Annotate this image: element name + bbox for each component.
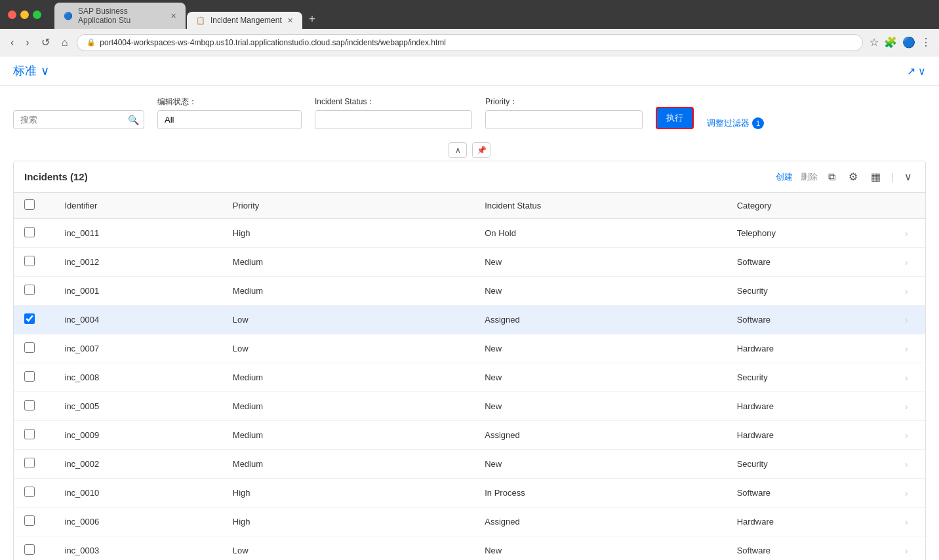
chevron-right-icon: › (905, 257, 908, 268)
row-identifier: inc_0001 (54, 277, 222, 306)
row-category: Software (727, 248, 894, 277)
incident-status-select[interactable]: New Assigned On Hold In Process Resolved (315, 110, 472, 129)
minimize-button[interactable] (20, 10, 29, 19)
tab-sap[interactable]: 🔵 SAP Business Application Stu ✕ (54, 3, 186, 29)
grid-icon-button[interactable]: ▦ (868, 169, 883, 184)
table-row[interactable]: inc_0011 High On Hold Telephony › (14, 219, 925, 248)
row-status: Assigned (474, 306, 726, 334)
table-row[interactable]: inc_0012 Medium New Software › (14, 248, 925, 277)
url-bar[interactable]: 🔒 port4004-workspaces-ws-4mbqp.us10.tria… (77, 34, 863, 51)
table-row[interactable]: inc_0009 Medium Assigned Hardware › (14, 421, 925, 450)
top-right-actions[interactable]: ↗ ∨ (907, 65, 926, 77)
delete-button[interactable]: 删除 (801, 171, 818, 183)
priority-select[interactable]: High Medium Low (485, 110, 643, 129)
home-button[interactable]: ⌂ (59, 34, 71, 51)
row-identifier: inc_0004 (54, 306, 222, 334)
row-checkbox[interactable] (24, 371, 35, 382)
row-checkbox-cell (14, 421, 54, 450)
row-identifier: inc_0005 (54, 392, 222, 421)
table-row[interactable]: inc_0005 Medium New Hardware › (14, 392, 925, 421)
row-arrow: › (894, 450, 925, 479)
menu-icon[interactable]: ⋮ (921, 36, 931, 49)
row-checkbox[interactable] (24, 285, 35, 295)
new-tab-button[interactable]: + (304, 10, 321, 29)
table-row[interactable]: inc_0003 Low New Software › (14, 536, 925, 561)
table-row[interactable]: inc_0004 Low Assigned Software › (14, 306, 925, 334)
row-status: In Process (474, 479, 726, 508)
search-input[interactable] (13, 110, 144, 129)
row-checkbox[interactable] (24, 458, 35, 468)
priority-group: Priority： High Medium Low (485, 96, 643, 129)
edit-status-select[interactable]: All Draft Published (157, 110, 302, 129)
tab-incident[interactable]: 📋 Incident Mangement ✕ (187, 12, 302, 29)
address-bar: ‹ › ↺ ⌂ 🔒 port4004-workspaces-ws-4mbqp.u… (0, 29, 939, 56)
chevron-right-icon: › (905, 459, 908, 470)
copy-icon-button[interactable]: ⧉ (826, 170, 838, 184)
expand-icon-button[interactable]: ∨ (902, 169, 915, 184)
address-actions: ☆ 🧩 🔵 ⋮ (869, 36, 931, 49)
col-header-status: Incident Status (474, 193, 726, 219)
pin-button[interactable]: 📌 (472, 142, 490, 158)
divider: | (891, 172, 894, 182)
row-checkbox[interactable] (24, 429, 35, 439)
row-checkbox[interactable] (24, 487, 35, 497)
row-category: Hardware (727, 508, 894, 536)
row-checkbox[interactable] (24, 515, 35, 526)
bookmark-icon[interactable]: ☆ (869, 36, 879, 49)
table-title: Incidents (12) (24, 171, 88, 182)
row-status: Assigned (474, 421, 726, 450)
row-checkbox-cell (14, 248, 54, 277)
export-icon[interactable]: ↗ (907, 65, 915, 77)
app-title[interactable]: 标准 ∨ (13, 63, 49, 79)
row-priority: High (222, 219, 474, 248)
back-button[interactable]: ‹ (8, 34, 16, 51)
row-checkbox-cell (14, 306, 54, 334)
row-checkbox-cell (14, 536, 54, 561)
window-controls (8, 10, 41, 19)
table-row[interactable]: inc_0010 High In Process Software › (14, 479, 925, 508)
select-all-checkbox[interactable] (24, 199, 35, 210)
row-category: Hardware (727, 334, 894, 363)
table-head: Identifier Priority Incident Status Cate… (14, 193, 925, 219)
row-checkbox-cell (14, 277, 54, 306)
adjust-filter-button[interactable]: 调整过滤器 1 (707, 117, 764, 129)
row-checkbox[interactable] (24, 256, 35, 266)
row-status: New (474, 536, 726, 561)
chevron-right-icon: › (905, 488, 908, 498)
settings-icon-button[interactable]: ⚙ (846, 169, 860, 184)
row-checkbox[interactable] (24, 544, 35, 555)
profile-icon[interactable]: 🔵 (902, 36, 915, 49)
table-row[interactable]: inc_0002 Medium New Security › (14, 450, 925, 479)
reload-button[interactable]: ↺ (39, 33, 52, 51)
collapse-up-button[interactable]: ∧ (449, 142, 467, 158)
row-checkbox[interactable] (24, 400, 35, 410)
row-arrow: › (894, 248, 925, 277)
tab-incident-close[interactable]: ✕ (287, 16, 293, 25)
table-row[interactable]: inc_0007 Low New Hardware › (14, 334, 925, 363)
create-button[interactable]: 创建 (776, 171, 793, 183)
row-checkbox[interactable] (24, 313, 35, 324)
tab-sap-close[interactable]: ✕ (170, 12, 176, 20)
table-row[interactable]: inc_0001 Medium New Security › (14, 277, 925, 306)
execute-button[interactable]: 执行 (656, 107, 694, 129)
row-arrow: › (894, 363, 925, 392)
col-header-arrow (894, 193, 925, 219)
extensions-icon[interactable]: 🧩 (884, 36, 897, 49)
row-checkbox-cell (14, 219, 54, 248)
row-checkbox[interactable] (24, 227, 35, 237)
dropdown-icon[interactable]: ∨ (918, 65, 926, 77)
row-status: New (474, 334, 726, 363)
priority-label: Priority： (485, 96, 643, 108)
table-body: inc_0011 High On Hold Telephony › inc_00… (14, 219, 925, 561)
table-row[interactable]: inc_0006 High Assigned Hardware › (14, 508, 925, 536)
row-category: Security (727, 450, 894, 479)
row-checkbox[interactable] (24, 342, 35, 353)
row-priority: Medium (222, 277, 474, 306)
forward-button[interactable]: › (23, 34, 31, 51)
close-button[interactable] (8, 10, 16, 19)
chevron-right-icon: › (905, 286, 908, 296)
table-row[interactable]: inc_0008 Medium New Security › (14, 363, 925, 392)
chevron-right-icon: › (905, 430, 908, 441)
row-priority: High (222, 508, 474, 536)
maximize-button[interactable] (33, 10, 41, 19)
